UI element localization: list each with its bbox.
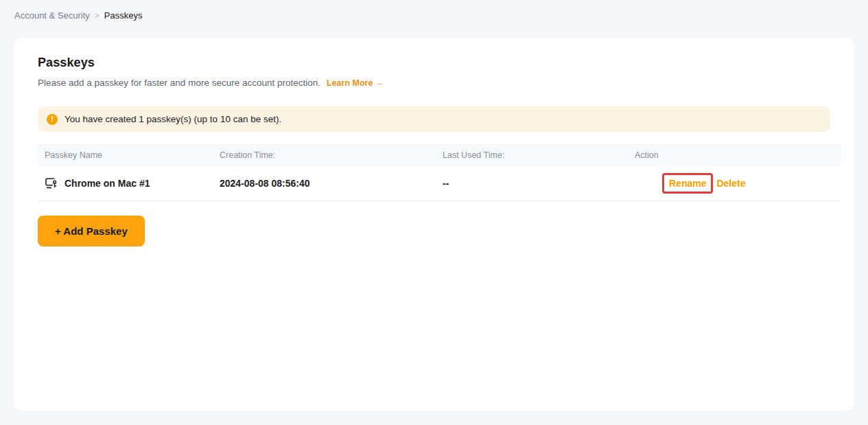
add-passkey-button[interactable]: + Add Passkey [38,216,145,246]
passkeys-card: Passkeys Please add a passkey for faster… [14,38,854,411]
breadcrumb-account-security[interactable]: Account & Security [14,10,90,21]
table-header-row: Passkey Name Creation Time: Last Used Ti… [38,143,841,166]
passkey-count-banner: ! You have created 1 passkey(s) (up to 1… [38,106,830,132]
header-action: Action [628,150,841,160]
annotation-highlight-box: Rename [662,173,713,194]
passkeys-table: Passkey Name Creation Time: Last Used Ti… [38,143,841,201]
table-row: Chrome on Mac #1 2024-08-08 08:56:40 -- … [38,166,841,201]
passkey-name: Chrome on Mac #1 [64,178,150,189]
rename-button[interactable]: Rename [669,178,706,189]
breadcrumb-separator: > [95,11,99,21]
page-description: Please add a passkey for faster and more… [38,78,830,88]
creation-time-cell: 2024-08-08 08:56:40 [213,178,436,189]
page-description-text: Please add a passkey for faster and more… [38,78,320,88]
learn-more-link[interactable]: Learn More → [327,78,384,88]
delete-button[interactable]: Delete [716,178,745,189]
last-used-time-cell: -- [436,178,628,189]
passkey-device-icon [45,176,58,190]
header-creation-time: Creation Time: [213,150,436,160]
header-last-used-time: Last Used Time: [436,150,628,160]
breadcrumb: Account & Security > Passkeys [0,0,868,21]
banner-text: You have created 1 passkey(s) (up to 10 … [64,114,281,124]
header-passkey-name: Passkey Name [38,150,213,160]
action-cell: Rename Delete [628,173,841,194]
breadcrumb-passkeys: Passkeys [104,10,143,21]
alert-circle-icon: ! [47,114,58,125]
page-title: Passkeys [38,56,830,70]
passkey-name-cell: Chrome on Mac #1 [38,176,213,190]
